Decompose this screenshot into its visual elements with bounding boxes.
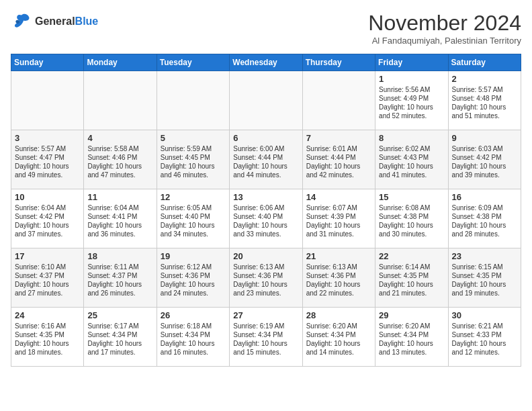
calendar-cell: 10Sunrise: 6:04 AMSunset: 4:42 PMDayligh…	[11, 189, 84, 248]
day-number: 21	[306, 251, 371, 261]
day-info: Sunrise: 6:12 AM	[161, 263, 226, 271]
day-info: Daylight: 10 hours and 15 minutes.	[233, 339, 298, 357]
calendar-cell: 23Sunrise: 6:15 AMSunset: 4:35 PMDayligh…	[448, 248, 521, 308]
day-info: Daylight: 10 hours and 14 minutes.	[306, 339, 371, 357]
calendar-cell: 8Sunrise: 6:02 AMSunset: 4:43 PMDaylight…	[375, 130, 448, 189]
day-info: Sunset: 4:47 PM	[15, 153, 80, 162]
day-info: Sunset: 4:38 PM	[379, 212, 444, 221]
day-number: 15	[379, 192, 444, 202]
calendar-cell: 17Sunrise: 6:10 AMSunset: 4:37 PMDayligh…	[11, 248, 84, 308]
calendar-cell: 4Sunrise: 5:58 AMSunset: 4:46 PMDaylight…	[84, 130, 157, 189]
calendar-week-row: 1Sunrise: 5:56 AMSunset: 4:49 PMDaylight…	[11, 71, 521, 130]
calendar-cell: 24Sunrise: 6:16 AMSunset: 4:35 PMDayligh…	[11, 308, 84, 367]
day-info: Sunrise: 6:08 AM	[379, 203, 444, 212]
day-info: Daylight: 10 hours and 51 minutes.	[452, 103, 517, 120]
calendar-cell	[84, 71, 157, 130]
location-subtitle: Al Fandaqumiyah, Palestinian Territory	[368, 36, 521, 46]
calendar-cell: 21Sunrise: 6:13 AMSunset: 4:36 PMDayligh…	[302, 248, 375, 308]
day-info: Sunrise: 6:05 AM	[161, 203, 226, 212]
calendar-cell: 7Sunrise: 6:01 AMSunset: 4:44 PMDaylight…	[302, 130, 375, 189]
day-info: Daylight: 10 hours and 33 minutes.	[233, 221, 298, 238]
day-info: Sunset: 4:41 PM	[87, 212, 152, 221]
logo: GeneralBlue	[11, 11, 98, 32]
day-info: Daylight: 10 hours and 21 minutes.	[379, 280, 444, 298]
calendar-cell: 2Sunrise: 5:57 AMSunset: 4:48 PMDaylight…	[448, 71, 521, 130]
day-number: 13	[233, 192, 298, 202]
day-info: Daylight: 10 hours and 17 minutes.	[87, 339, 152, 357]
day-number: 20	[233, 251, 298, 261]
day-info: Sunset: 4:40 PM	[161, 212, 226, 221]
calendar-cell: 27Sunrise: 6:19 AMSunset: 4:34 PMDayligh…	[230, 308, 302, 367]
day-info: Sunrise: 6:00 AM	[233, 144, 298, 153]
day-info: Daylight: 10 hours and 39 minutes.	[452, 162, 517, 179]
day-info: Sunset: 4:33 PM	[452, 330, 517, 339]
day-info: Sunrise: 6:15 AM	[452, 263, 517, 271]
day-number: 14	[306, 192, 371, 202]
calendar-cell	[11, 71, 84, 130]
calendar-cell: 20Sunrise: 6:13 AMSunset: 4:36 PMDayligh…	[230, 248, 302, 308]
day-info: Sunset: 4:36 PM	[306, 271, 371, 280]
calendar-cell: 13Sunrise: 6:06 AMSunset: 4:40 PMDayligh…	[230, 189, 302, 248]
day-info: Sunset: 4:48 PM	[452, 94, 517, 103]
day-number: 28	[306, 310, 371, 320]
day-number: 22	[379, 251, 444, 261]
weekday-header-thursday: Thursday	[302, 54, 375, 71]
day-info: Sunrise: 6:01 AM	[306, 144, 371, 153]
day-number: 7	[306, 133, 371, 143]
day-number: 30	[452, 310, 517, 320]
day-info: Sunrise: 5:56 AM	[379, 85, 444, 94]
day-info: Sunset: 4:34 PM	[379, 330, 444, 339]
logo-bird-icon	[11, 11, 32, 32]
calendar-cell: 29Sunrise: 6:20 AMSunset: 4:34 PMDayligh…	[375, 308, 448, 367]
day-info: Sunset: 4:38 PM	[452, 212, 517, 221]
calendar-cell: 9Sunrise: 6:03 AMSunset: 4:42 PMDaylight…	[448, 130, 521, 189]
day-info: Sunset: 4:44 PM	[306, 153, 371, 162]
day-info: Sunset: 4:36 PM	[161, 271, 226, 280]
calendar-cell	[157, 71, 229, 130]
day-info: Sunrise: 5:57 AM	[15, 144, 80, 153]
day-info: Sunrise: 5:57 AM	[452, 85, 517, 94]
day-number: 17	[15, 251, 80, 261]
day-info: Daylight: 10 hours and 34 minutes.	[161, 221, 226, 238]
day-info: Sunset: 4:36 PM	[233, 271, 298, 280]
day-info: Daylight: 10 hours and 49 minutes.	[15, 162, 80, 179]
day-number: 5	[161, 133, 226, 143]
day-info: Daylight: 10 hours and 22 minutes.	[306, 280, 371, 298]
day-info: Sunrise: 6:13 AM	[306, 263, 371, 271]
day-info: Sunrise: 6:06 AM	[233, 203, 298, 212]
calendar-table: SundayMondayTuesdayWednesdayThursdayFrid…	[11, 54, 521, 367]
day-number: 9	[452, 133, 517, 143]
day-info: Sunrise: 6:18 AM	[161, 322, 226, 330]
day-number: 12	[161, 192, 226, 202]
day-info: Daylight: 10 hours and 44 minutes.	[233, 162, 298, 179]
day-info: Sunset: 4:35 PM	[452, 271, 517, 280]
calendar-cell	[230, 71, 302, 130]
day-number: 19	[161, 251, 226, 261]
month-title: November 2024	[368, 11, 521, 36]
day-info: Daylight: 10 hours and 19 minutes.	[452, 280, 517, 298]
day-info: Sunset: 4:45 PM	[161, 153, 226, 162]
calendar-week-row: 3Sunrise: 5:57 AMSunset: 4:47 PMDaylight…	[11, 130, 521, 189]
day-info: Daylight: 10 hours and 23 minutes.	[233, 280, 298, 298]
calendar-cell: 5Sunrise: 5:59 AMSunset: 4:45 PMDaylight…	[157, 130, 229, 189]
day-info: Sunrise: 6:14 AM	[379, 263, 444, 271]
day-number: 8	[379, 133, 444, 143]
calendar-cell: 30Sunrise: 6:21 AMSunset: 4:33 PMDayligh…	[448, 308, 521, 367]
day-number: 16	[452, 192, 517, 202]
day-info: Sunrise: 6:13 AM	[233, 263, 298, 271]
day-info: Daylight: 10 hours and 42 minutes.	[306, 162, 371, 179]
day-info: Sunrise: 6:04 AM	[15, 203, 80, 212]
day-info: Sunset: 4:34 PM	[87, 330, 152, 339]
calendar-cell: 3Sunrise: 5:57 AMSunset: 4:47 PMDaylight…	[11, 130, 84, 189]
calendar-cell: 12Sunrise: 6:05 AMSunset: 4:40 PMDayligh…	[157, 189, 229, 248]
day-info: Sunrise: 6:19 AM	[233, 322, 298, 330]
day-info: Daylight: 10 hours and 46 minutes.	[161, 162, 226, 179]
weekday-header-friday: Friday	[375, 54, 448, 71]
day-info: Sunset: 4:37 PM	[87, 271, 152, 280]
day-info: Sunrise: 6:17 AM	[87, 322, 152, 330]
day-info: Sunset: 4:43 PM	[379, 153, 444, 162]
day-info: Sunrise: 6:20 AM	[379, 322, 444, 330]
calendar-week-row: 24Sunrise: 6:16 AMSunset: 4:35 PMDayligh…	[11, 308, 521, 367]
day-info: Daylight: 10 hours and 36 minutes.	[87, 221, 152, 238]
day-info: Sunrise: 6:09 AM	[452, 203, 517, 212]
